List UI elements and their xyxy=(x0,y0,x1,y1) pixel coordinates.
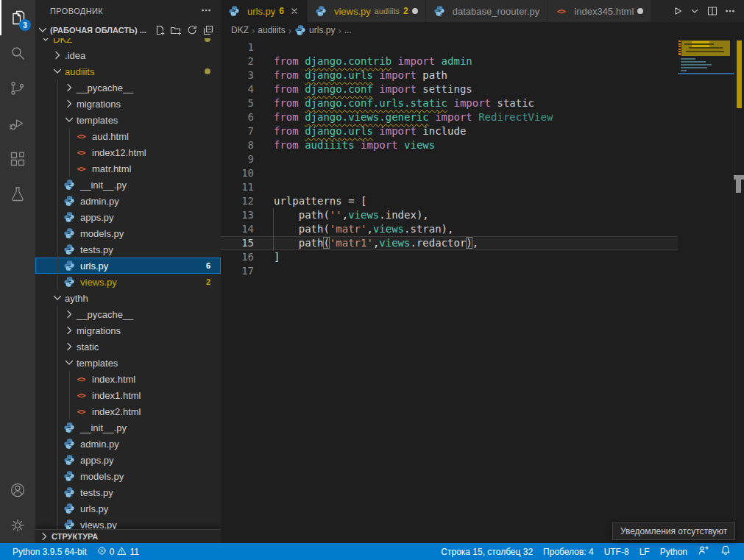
tree-item-models.py[interactable]: models.py xyxy=(35,468,221,484)
tree-item-DKZ[interactable]: DKZ xyxy=(35,38,221,47)
minimap[interactable] xyxy=(678,38,734,543)
tree-item-index2.html[interactable]: <>index2.html xyxy=(35,403,221,419)
code-line-4[interactable]: 4from django.conf import settings xyxy=(221,82,678,96)
code-line-1[interactable]: 1 xyxy=(221,40,678,54)
tab-problems-badge: 6 xyxy=(279,6,284,16)
breadcrumb-item-DKZ[interactable]: DKZ xyxy=(231,25,249,35)
chevron-down-icon[interactable] xyxy=(687,3,703,19)
activitybar-run-debug-icon[interactable] xyxy=(0,106,35,141)
tree-item-apps.py[interactable]: apps.py xyxy=(35,452,221,468)
code-line-2[interactable]: 2from django.contrib import admin xyxy=(221,54,678,68)
code-line-16[interactable]: 16] xyxy=(221,250,678,264)
error-count: 0 xyxy=(110,547,115,557)
tree-item-templates[interactable]: templates xyxy=(35,112,221,128)
line-number: 11 xyxy=(221,180,254,194)
modified-dot xyxy=(205,68,210,74)
code-line-15[interactable]: 15 path('matr1',views.redactor), xyxy=(221,236,678,250)
status-language[interactable]: Python xyxy=(655,543,692,560)
tree-item-views.py[interactable]: views.py2 xyxy=(35,274,221,290)
activitybar-source-control-icon[interactable] xyxy=(0,71,35,106)
tree-item-.idea[interactable]: .idea xyxy=(35,47,221,63)
code-line-13[interactable]: 13 path('',views.index), xyxy=(221,208,678,222)
code-line-3[interactable]: 3from django.urls import path xyxy=(221,68,678,82)
activitybar-extensions-icon[interactable] xyxy=(0,141,35,177)
collapse-all-icon[interactable] xyxy=(201,24,215,38)
tree-item-audiiits[interactable]: audiiits xyxy=(35,63,221,79)
code-line-8[interactable]: 8from audiiits import views xyxy=(221,138,678,152)
tree-item-templates[interactable]: templates xyxy=(35,355,221,371)
tree-item-__pycache__[interactable]: __pycache__ xyxy=(35,79,221,96)
line-number: 14 xyxy=(221,222,254,236)
modified-dot-icon[interactable] xyxy=(637,8,643,14)
tree-item-models.py[interactable]: models.py xyxy=(35,225,221,241)
status-encoding[interactable]: UTF-8 xyxy=(599,543,634,560)
status-indentation[interactable]: Пробелов: 4 xyxy=(538,543,599,560)
status-feedback[interactable] xyxy=(692,543,715,560)
code-line-5[interactable]: 5from django.conf.urls.static import sta… xyxy=(221,96,678,110)
status-python-version[interactable]: Python 3.9.5 64-bit xyxy=(7,543,92,560)
more-actions-icon[interactable] xyxy=(200,4,212,18)
token: import xyxy=(447,97,497,109)
tree-item-migrations[interactable]: migrations xyxy=(35,96,221,112)
activitybar-settings-icon[interactable] xyxy=(0,508,35,543)
tree-item-admin.py[interactable]: admin.py xyxy=(35,436,221,452)
overview-ruler-warning-strip xyxy=(737,40,742,108)
tab-views.py[interactable]: views.pyaudiiits2 xyxy=(308,0,426,22)
outline-section-header[interactable]: СТРУКТУРА xyxy=(35,529,221,543)
new-file-icon[interactable] xyxy=(152,24,166,38)
tree-item-__init__.py[interactable]: __init__.py xyxy=(35,177,221,193)
breadcrumb-item-urls.py[interactable]: urls.py xyxy=(294,24,335,36)
breadcrumb-item-...[interactable]: ... xyxy=(344,25,352,35)
close-icon[interactable] xyxy=(289,6,300,16)
status-notifications[interactable] xyxy=(715,543,737,560)
breadcrumb[interactable]: DKZ›audiiits›urls.py›... xyxy=(221,22,744,38)
code-line-11[interactable]: 11 xyxy=(221,180,678,194)
code-line-10[interactable]: 10 xyxy=(221,166,678,180)
code-line-6[interactable]: 6from django.views.generic import Redire… xyxy=(221,110,678,124)
activitybar-account-icon[interactable] xyxy=(0,472,35,508)
status-cursor-position[interactable]: Строка 15, столбец 32 xyxy=(436,543,538,560)
tree-item-aud.html[interactable]: <>aud.html xyxy=(35,128,221,144)
code-line-7[interactable]: 7from django.urls import include xyxy=(221,124,678,138)
tab-index345.html[interactable]: <>index345.html xyxy=(548,0,651,22)
status-eol[interactable]: LF xyxy=(634,543,655,560)
split-editor-icon[interactable] xyxy=(704,3,720,19)
status-problems[interactable]: 011 xyxy=(92,543,144,560)
tree-item-index1.html[interactable]: <>index1.html xyxy=(35,387,221,403)
tree-item-__pycache__[interactable]: __pycache__ xyxy=(35,306,221,322)
tree-item-__init__.py[interactable]: __init__.py xyxy=(35,419,221,436)
code-line-9[interactable]: 9 xyxy=(221,152,678,166)
tree-item-tests.py[interactable]: tests.py xyxy=(35,484,221,500)
new-folder-icon[interactable] xyxy=(169,24,183,38)
tree-item-apps.py[interactable]: apps.py xyxy=(35,209,221,225)
workspace-section-header[interactable]: (РАБОЧАЯ ОБЛАСТЬ) ... xyxy=(35,22,221,38)
code-editor[interactable]: 12from django.contrib import admin3from … xyxy=(221,38,744,543)
tree-item-admin.py[interactable]: admin.py xyxy=(35,193,221,209)
code-line-12[interactable]: 12urlpatterns = [ xyxy=(221,194,678,208)
tree-item-index.html[interactable]: <>index.html xyxy=(35,371,221,387)
modified-dot-icon[interactable] xyxy=(412,8,418,14)
tree-item-tests.py[interactable]: tests.py xyxy=(35,241,221,258)
overview-ruler[interactable] xyxy=(734,38,744,543)
code-line-14[interactable]: 14 path('matr',views.stran), xyxy=(221,222,678,236)
tree-item-static[interactable]: static xyxy=(35,339,221,355)
tree-item-views.py[interactable]: views.py xyxy=(35,517,221,529)
breadcrumb-item-audiiits[interactable]: audiiits xyxy=(258,25,285,35)
tree-item-urls.py[interactable]: urls.py6 xyxy=(35,258,221,274)
refresh-icon[interactable] xyxy=(185,24,199,38)
code-line-17[interactable]: 17 xyxy=(221,264,678,278)
activitybar-search-icon[interactable] xyxy=(0,35,35,71)
more-icon[interactable] xyxy=(722,3,738,19)
tree-item-matr.html[interactable]: <>matr.html xyxy=(35,160,221,177)
tree-item-urls.py[interactable]: urls.py xyxy=(35,500,221,517)
tree-item-aythh[interactable]: aythh xyxy=(35,290,221,306)
tree-item-index12.html[interactable]: <>index12.html xyxy=(35,144,221,160)
run-icon[interactable] xyxy=(669,3,685,19)
tab-urls.py[interactable]: urls.py6 xyxy=(221,0,308,22)
code-lines[interactable]: 12from django.contrib import admin3from … xyxy=(221,40,678,278)
tab-database_roouter.py[interactable]: database_roouter.py xyxy=(426,0,548,22)
tree-item-migrations[interactable]: migrations xyxy=(35,322,221,339)
line-number: 3 xyxy=(221,68,254,82)
activitybar-testing-icon[interactable] xyxy=(0,177,35,212)
activitybar-explorer-icon[interactable]: 3 xyxy=(0,0,35,35)
